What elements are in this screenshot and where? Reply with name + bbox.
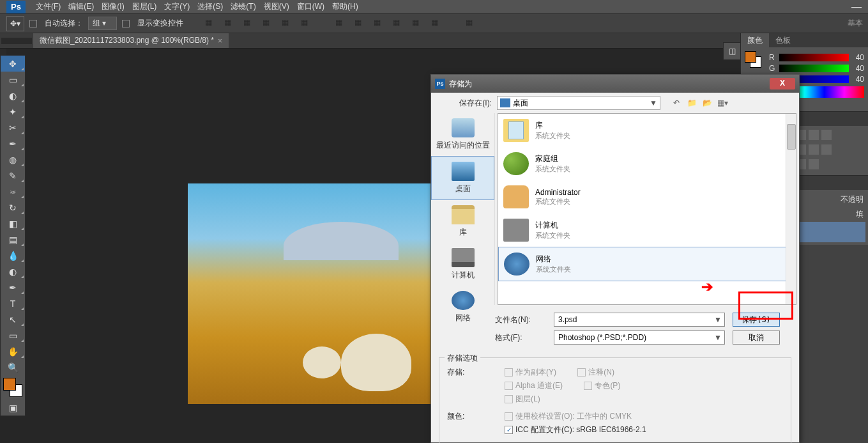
file-item-network[interactable]: 网络系统文件夹 <box>498 247 796 281</box>
color-tab[interactable]: 颜色 <box>741 33 769 47</box>
auto-select-checkbox[interactable] <box>29 20 37 27</box>
align-icon[interactable]: ▦ <box>282 18 293 29</box>
filename-input[interactable]: 3.psd▼ <box>554 313 725 327</box>
workspace-label[interactable]: 基本 <box>848 18 863 29</box>
filename-label: 文件名(N): <box>495 315 546 325</box>
align-icon[interactable]: ▦ <box>243 18 255 29</box>
fg-color[interactable] <box>3 378 16 391</box>
type-tool[interactable]: T <box>1 295 25 311</box>
format-dropdown[interactable]: Photoshop (*.PSD;*.PDD)▼ <box>554 330 725 345</box>
dodge-tool[interactable]: ◐ <box>1 263 25 279</box>
gradient-tool[interactable]: ▤ <box>1 231 25 247</box>
menu-type[interactable]: 文字(Y) <box>160 1 194 12</box>
toolbox-handle[interactable] <box>0 49 6 55</box>
notes-checkbox <box>577 368 586 377</box>
wand-tool[interactable]: ✦ <box>1 104 25 120</box>
brush-tool[interactable]: ✎ <box>1 167 25 183</box>
align-icon[interactable]: ▦ <box>224 18 236 29</box>
move-tool-icon[interactable]: ✥▾ <box>6 16 24 31</box>
new-folder-button[interactable]: 📂 <box>701 97 713 109</box>
place-computer[interactable]: 计算机 <box>431 243 494 286</box>
distribute-icon[interactable]: ▦ <box>335 18 347 29</box>
adjust-icon[interactable] <box>809 130 819 140</box>
save-in-label: 保存在(I): <box>438 98 492 109</box>
up-button[interactable]: 📁 <box>686 97 697 109</box>
fg-bg-colors[interactable] <box>1 375 25 400</box>
auto-select-dropdown[interactable]: 组 ▾ <box>88 17 117 30</box>
menu-image[interactable]: 图像(I) <box>98 1 128 12</box>
dialog-close-button[interactable]: X <box>770 78 795 89</box>
g-slider[interactable] <box>779 65 849 72</box>
cancel-button[interactable]: 取消 <box>733 330 780 345</box>
path-select-tool[interactable]: ↖ <box>1 311 25 327</box>
align-icon[interactable]: ▦ <box>263 18 274 29</box>
adjust-icon[interactable] <box>821 130 832 140</box>
lasso-tool[interactable]: ◐ <box>1 88 25 104</box>
scroll-thumb[interactable] <box>787 124 796 150</box>
adjust-icon[interactable] <box>809 144 819 155</box>
g-value[interactable]: 40 <box>851 64 864 73</box>
r-value[interactable]: 40 <box>851 53 864 62</box>
view-menu-button[interactable]: ▦▾ <box>717 97 728 109</box>
distribute-icon[interactable]: ▦ <box>374 18 385 29</box>
shape-tool[interactable]: ▭ <box>1 327 25 343</box>
zoom-tool[interactable]: 🔍 <box>1 359 25 375</box>
panel-fg-bg[interactable] <box>745 51 763 69</box>
menu-edit[interactable]: 编辑(E) <box>65 1 98 12</box>
swatches-tab[interactable]: 色板 <box>769 33 797 47</box>
adjust-icon[interactable] <box>821 144 832 155</box>
b-value[interactable]: 40 <box>851 75 864 84</box>
place-network[interactable]: 网络 <box>431 286 494 329</box>
transform-checkbox[interactable] <box>122 20 130 27</box>
panel-collapse-icon[interactable]: ◫ <box>723 42 741 60</box>
menu-select[interactable]: 选择(S) <box>194 1 227 12</box>
r-slider[interactable] <box>779 54 849 61</box>
adjust-icon[interactable] <box>809 159 819 169</box>
opacity-label: 不透明 <box>841 194 864 205</box>
hand-tool[interactable]: ✋ <box>1 343 25 359</box>
menu-file[interactable]: 文件(F) <box>32 1 65 12</box>
file-item-homegroup[interactable]: 家庭组系统文件夹 <box>498 147 796 180</box>
file-item-user[interactable]: Administrator系统文件夹 <box>498 180 796 214</box>
menu-help[interactable]: 帮助(H) <box>328 1 362 12</box>
align-icon[interactable]: ▦ <box>301 18 312 29</box>
eyedropper-tool[interactable]: ✒ <box>1 136 25 152</box>
quickmask-button[interactable]: ▣ <box>1 400 25 416</box>
menu-view[interactable]: 视图(V) <box>260 1 293 12</box>
tab-close-icon[interactable]: × <box>218 36 222 45</box>
file-item-computer[interactable]: 计算机系统文件夹 <box>498 214 796 247</box>
distribute-icon[interactable]: ▦ <box>412 18 423 29</box>
menu-window[interactable]: 窗口(W) <box>293 1 328 12</box>
crop-tool[interactable]: ✂ <box>1 120 25 136</box>
auto-align-icon[interactable]: ▦ <box>466 18 477 29</box>
distribute-icon[interactable]: ▦ <box>431 18 443 29</box>
minimize-button[interactable]: — <box>851 1 862 13</box>
user-icon <box>503 185 529 208</box>
save-button[interactable]: 保存(S) <box>733 313 780 327</box>
stamp-tool[interactable]: ⎃ <box>1 183 25 199</box>
pen-tool[interactable]: ✒ <box>1 279 25 295</box>
distribute-icon[interactable]: ▦ <box>393 18 404 29</box>
menu-layers[interactable]: 图层(L) <box>128 1 161 12</box>
dialog-titlebar[interactable]: Ps 存储为 X <box>431 75 799 93</box>
marquee-tool[interactable]: ▭ <box>1 72 25 88</box>
eraser-tool[interactable]: ◧ <box>1 215 25 231</box>
file-list[interactable]: 库系统文件夹 家庭组系统文件夹 Administrator系统文件夹 计算机系统… <box>498 113 796 305</box>
menu-filter[interactable]: 滤镜(T) <box>227 1 259 12</box>
place-libraries[interactable]: 库 <box>431 200 494 243</box>
healing-tool[interactable]: ◍ <box>1 152 25 167</box>
file-item-library[interactable]: 库系统文件夹 <box>498 114 796 147</box>
move-tool[interactable]: ✥ <box>1 56 25 72</box>
document-tab[interactable]: 微信截图_20201117233803.png @ 100%(RGB/8) * … <box>33 33 229 48</box>
place-recent[interactable]: 最近访问的位置 <box>431 113 494 156</box>
location-dropdown[interactable]: 桌面 ▼ <box>497 96 660 110</box>
history-brush-tool[interactable]: ↻ <box>1 199 25 215</box>
place-desktop[interactable]: 桌面 <box>431 156 494 200</box>
icc-checkbox[interactable]: ✓ <box>505 426 513 434</box>
align-icon[interactable]: ▦ <box>205 18 217 29</box>
distribute-icon[interactable]: ▦ <box>354 18 366 29</box>
blur-tool[interactable]: 💧 <box>1 247 25 263</box>
tab-handle[interactable] <box>1 38 32 44</box>
scrollbar[interactable] <box>786 114 796 304</box>
back-button[interactable]: ↶ <box>671 97 682 109</box>
